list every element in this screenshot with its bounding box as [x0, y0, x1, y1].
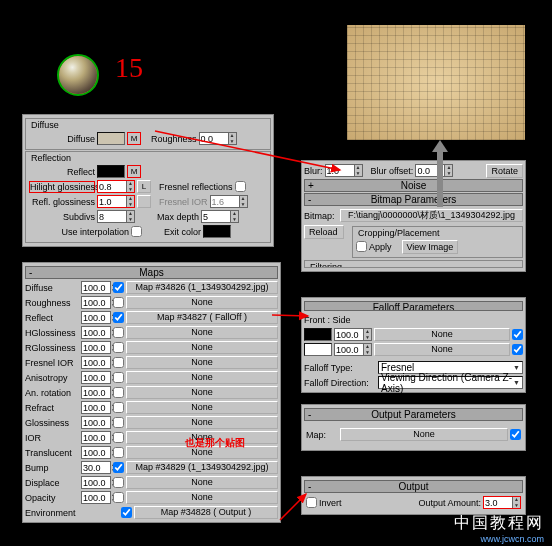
maps-rollout[interactable]: -Maps — [25, 266, 278, 279]
falloff-val-1[interactable] — [335, 329, 363, 340]
map-amount-spinner[interactable]: ▲▼ — [81, 416, 111, 429]
map-slot-button[interactable]: None — [126, 341, 278, 354]
invert-check[interactable] — [306, 497, 317, 508]
falloff-map-2[interactable]: None — [374, 343, 510, 356]
bluroff-spinner[interactable]: ▲▼ — [415, 164, 453, 177]
output-rollout[interactable]: -Output — [304, 480, 523, 493]
map-enable-check[interactable] — [113, 432, 124, 443]
map-amount-input[interactable] — [82, 432, 110, 443]
maxdepth-spinner[interactable]: ▲▼ — [201, 210, 239, 223]
roughness-spinner[interactable]: ▲▼ — [199, 132, 237, 145]
map-enable-check[interactable] — [113, 447, 124, 458]
map-amount-spinner[interactable]: ▲▼ — [81, 476, 111, 489]
falloff-color-1[interactable] — [304, 328, 332, 341]
map-amount-spinner[interactable]: ▲▼ — [81, 431, 111, 444]
falloff-dir-select[interactable]: Viewing Direction (Camera Z-Axis)▼ — [378, 376, 523, 389]
map-amount-spinner[interactable]: ▲▼ — [81, 326, 111, 339]
maxdepth-input[interactable] — [202, 211, 230, 222]
exitcolor-swatch[interactable] — [203, 225, 231, 238]
diffuse-map-button[interactable]: M — [127, 132, 141, 145]
apply-check[interactable] — [356, 241, 367, 252]
map-enable-check[interactable] — [113, 492, 124, 503]
bluroff-input[interactable] — [416, 165, 444, 176]
output-map-on[interactable] — [510, 429, 521, 440]
map-amount-spinner[interactable]: ▲▼ — [81, 446, 111, 459]
map-enable-check[interactable] — [113, 477, 124, 488]
map-amount-input[interactable] — [82, 417, 110, 428]
map-amount-spinner[interactable]: ▲▼ — [81, 401, 111, 414]
l-button[interactable]: L — [137, 180, 151, 193]
hilight-gloss-spinner[interactable]: ▲▼ — [97, 180, 135, 193]
falloff-rollout[interactable]: Falloff Parameters — [304, 301, 523, 311]
map-amount-input[interactable] — [82, 327, 110, 338]
map-amount-input[interactable] — [82, 312, 110, 323]
map-slot-button[interactable]: None — [126, 386, 278, 399]
roughness-input[interactable] — [200, 133, 228, 144]
falloff-on-1[interactable] — [512, 329, 523, 340]
map-amount-spinner[interactable]: ▲▼ — [81, 386, 111, 399]
map-slot-button[interactable]: None — [126, 296, 278, 309]
map-amount-spinner[interactable]: ▲▼ — [81, 371, 111, 384]
subdivs-input[interactable] — [98, 211, 126, 222]
map-enable-check[interactable] — [113, 417, 124, 428]
map-amount-spinner[interactable]: ▲▼ — [81, 281, 111, 294]
map-enable-check[interactable] — [113, 462, 124, 473]
noise-rollout[interactable]: +Noise — [304, 179, 523, 192]
map-slot-button[interactable]: Map #34829 (1_1349304292.jpg) — [126, 461, 278, 474]
map-slot-button[interactable]: None — [126, 371, 278, 384]
map-slot-button[interactable]: None — [126, 326, 278, 339]
map-enable-check[interactable] — [113, 342, 124, 353]
map-enable-check[interactable] — [113, 297, 124, 308]
diffuse-swatch[interactable] — [97, 132, 125, 145]
reflect-swatch[interactable] — [97, 165, 125, 178]
falloff-map-1[interactable]: None — [374, 328, 510, 341]
map-slot-button[interactable]: Map #34828 ( Output ) — [134, 506, 278, 519]
map-amount-input[interactable] — [82, 447, 110, 458]
refl-gloss-spinner[interactable]: ▲▼ — [97, 195, 135, 208]
map-amount-spinner[interactable]: ▲▼ — [81, 356, 111, 369]
map-enable-check[interactable] — [113, 282, 124, 293]
blank-button[interactable] — [137, 195, 151, 208]
map-enable-check[interactable] — [113, 312, 124, 323]
map-amount-spinner[interactable]: ▲▼ — [81, 461, 111, 474]
falloff-color-2[interactable] — [304, 343, 332, 356]
useinterp-check[interactable] — [131, 226, 142, 237]
map-slot-button[interactable]: None — [126, 401, 278, 414]
map-slot-button[interactable]: None — [126, 491, 278, 504]
map-amount-spinner[interactable]: ▲▼ — [81, 311, 111, 324]
map-enable-check[interactable] — [113, 402, 124, 413]
blur-input[interactable] — [326, 165, 354, 176]
bitmap-rollout[interactable]: -Bitmap Parameters — [304, 193, 523, 206]
map-amount-input[interactable] — [82, 402, 110, 413]
blur-spinner[interactable]: ▲▼ — [325, 164, 363, 177]
map-amount-spinner[interactable]: ▲▼ — [81, 296, 111, 309]
output-amount-input[interactable] — [484, 497, 512, 508]
map-amount-input[interactable] — [82, 492, 110, 503]
hilight-gloss-input[interactable] — [98, 181, 126, 192]
map-slot-button[interactable]: None — [126, 476, 278, 489]
map-enable-check[interactable] — [113, 327, 124, 338]
map-amount-spinner[interactable]: ▲▼ — [81, 491, 111, 504]
reflect-map-button[interactable]: M — [127, 165, 141, 178]
bitmap-path-button[interactable]: F:\tiangj\0000000\材质\1_1349304292.jpg — [340, 209, 523, 222]
map-amount-input[interactable] — [82, 462, 110, 473]
map-enable-check[interactable] — [113, 357, 124, 368]
falloff-val-2[interactable] — [335, 344, 363, 355]
map-amount-input[interactable] — [82, 282, 110, 293]
map-amount-input[interactable] — [82, 372, 110, 383]
output-map-button[interactable]: None — [340, 428, 508, 441]
view-image-button[interactable]: View Image — [402, 240, 459, 254]
map-amount-input[interactable] — [82, 342, 110, 353]
map-slot-button[interactable]: Map #34826 (1_1349304292.jpg) — [126, 281, 278, 294]
map-amount-input[interactable] — [82, 357, 110, 368]
refl-gloss-input[interactable] — [98, 196, 126, 207]
map-amount-input[interactable] — [82, 297, 110, 308]
reload-button[interactable]: Reload — [304, 225, 344, 239]
map-slot-button[interactable]: None — [126, 416, 278, 429]
map-amount-input[interactable] — [82, 477, 110, 488]
subdivs-spinner[interactable]: ▲▼ — [97, 210, 135, 223]
falloff-val-1-spinner[interactable]: ▲▼ — [334, 328, 372, 341]
map-amount-input[interactable] — [82, 387, 110, 398]
fresnel-refl-check[interactable] — [235, 181, 246, 192]
falloff-val-2-spinner[interactable]: ▲▼ — [334, 343, 372, 356]
